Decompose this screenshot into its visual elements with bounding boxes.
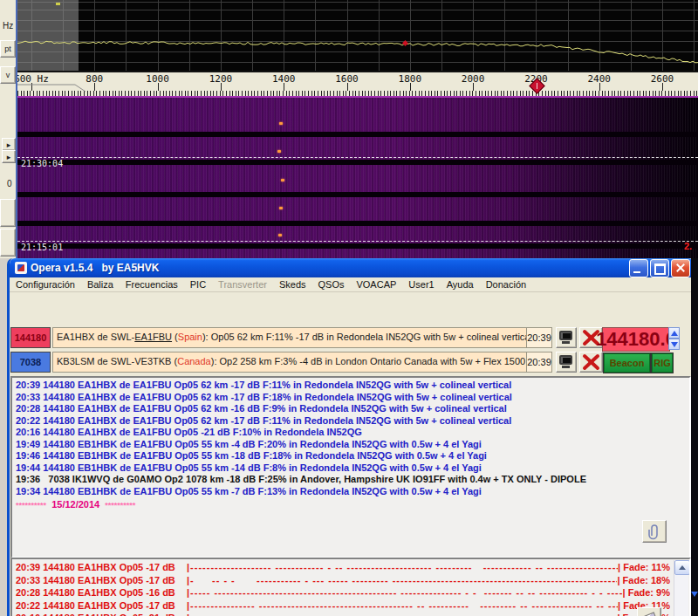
monitor-icon xyxy=(559,331,572,340)
hz-label: Hz xyxy=(3,21,13,31)
band-badge-144180[interactable]: 144180 xyxy=(10,327,51,348)
menu-item[interactable]: Baliza xyxy=(81,279,120,290)
menu-item[interactable]: User1 xyxy=(402,279,440,290)
menu-bar: ConfiguraciónBalizaFrecuenciasPICTransve… xyxy=(10,277,694,292)
spin-up-button[interactable] xyxy=(668,327,680,339)
row1-open: ( xyxy=(172,332,178,342)
row2-delete-button[interactable] xyxy=(579,352,603,373)
waterfall-gap-band xyxy=(17,132,698,137)
major-tick xyxy=(599,83,600,91)
fade-panel-scrollbar[interactable] xyxy=(674,560,688,616)
opera-window: Opera v1.5.4 by EA5HVK ConfiguraciónBali… xyxy=(7,258,696,616)
band-badge-7038[interactable]: 7038 xyxy=(10,352,51,373)
background-scroll-chevron xyxy=(691,592,698,597)
side-button-2[interactable] xyxy=(0,229,16,257)
waterfall-gap-band xyxy=(17,192,698,197)
row1-rest: ): Op05 62 km F:11% -17 dB in Redondela … xyxy=(202,332,530,342)
fade-line-station: 20:39 144180 EA1HBX Op05 -17 dB xyxy=(16,561,187,574)
maximize-button[interactable] xyxy=(650,259,669,277)
menu-item[interactable]: Donación xyxy=(480,279,532,290)
fade-line-percent: | Fade: 11% xyxy=(618,561,672,574)
minimize-button[interactable] xyxy=(629,259,648,277)
fade-line-bars: |------------------------------- ------ … xyxy=(187,612,617,616)
background-right-strip xyxy=(691,258,698,616)
side-button-1[interactable] xyxy=(0,199,16,227)
row1-callsign[interactable]: EA1FBU xyxy=(134,332,172,342)
spin-right-button[interactable]: ▸ xyxy=(2,138,16,151)
frequency-ruler[interactable]: 600 Hz8001000120014001600180020002200240… xyxy=(17,71,698,98)
decode-log-panel[interactable]: 20:39 144180 EA1HBX de EA1FBU Op05 62 km… xyxy=(10,376,691,558)
row2-monitor-button[interactable] xyxy=(556,352,577,373)
menu-item[interactable]: Transverter xyxy=(212,279,273,290)
decode-log-lines: 20:39 144180 EA1HBX de EA1FBU Op05 62 km… xyxy=(12,378,689,497)
signal-dot xyxy=(278,234,282,236)
log-date-row: ********** 15/12/2014 ********** xyxy=(12,497,689,512)
date-value: 15/12/2014 xyxy=(46,499,105,510)
rig-button[interactable]: RIG xyxy=(652,353,673,373)
waterfall-noise xyxy=(17,96,698,258)
date-stars: ********** xyxy=(16,501,46,510)
waterfall-display[interactable]: 21:30:04 21:15:01 2. xyxy=(17,96,698,258)
row2-country: Canada xyxy=(177,356,211,366)
window-content: 144180 EA1HBX de SWL-EA1FBU (Spain): Op0… xyxy=(10,292,694,616)
decode-log-line: 19:34 144180 EB1HBK de EA1FBU Op05 55 km… xyxy=(12,486,689,498)
waterfall-timestamp: 21:15:01 xyxy=(21,243,63,252)
menu-item[interactable]: VOACAP xyxy=(350,279,402,290)
fade-report-line: 20:39 144180 EA1HBX Op05 -17 dB |-------… xyxy=(12,561,672,574)
fade-line-bars: |- -- - - ----------- - --- ----- ------… xyxy=(187,574,617,587)
signal-dot xyxy=(279,207,283,209)
title-bar[interactable]: Opera v1.5.4 by EA5HVK xyxy=(10,258,694,277)
fade-report-line: 20:28 144180 EA1HBX Op05 -16 dB |----- -… xyxy=(12,586,672,599)
opt-button-fragment[interactable]: pt xyxy=(0,40,16,58)
major-tick xyxy=(221,83,222,91)
trace-blip xyxy=(56,3,60,5)
beacon-button[interactable]: Beacon xyxy=(604,353,650,373)
menu-item[interactable]: Skeds xyxy=(273,279,312,290)
fade-lines: 20:39 144180 EA1HBX Op05 -17 dB |-------… xyxy=(12,559,689,616)
clear-button[interactable] xyxy=(637,607,661,616)
spectrum-scope[interactable] xyxy=(17,0,698,71)
row1-monitor-button[interactable] xyxy=(556,327,577,348)
up-arrow-icon xyxy=(671,331,678,336)
fade-report-line: 20:16 144180 EA1HBX Op05 -21 dB |-------… xyxy=(12,612,672,616)
waterfall-gap-band xyxy=(17,221,698,226)
fade-line-bars: |---------------- ----------------------… xyxy=(187,599,618,613)
date-stars: ********** xyxy=(105,501,135,510)
fade-line-station: 20:16 144180 EA1HBX Op05 -21 dB xyxy=(16,612,187,616)
spin-right-button2[interactable]: ▸ xyxy=(2,150,16,163)
decode-log-line: 19:36 7038 IK1WVQ de G0AMO Op2 1078 km -… xyxy=(12,474,689,486)
menu-item[interactable]: Frecuencias xyxy=(120,279,184,290)
scroll-up-icon xyxy=(679,565,686,570)
v-button-fragment[interactable]: v xyxy=(0,66,16,84)
row2-rest: ): Op2 258 km F:3% -4 dB in London Ontar… xyxy=(211,356,530,366)
signal-dot xyxy=(281,179,284,181)
row1-pre: EA1HBX de SWL- xyxy=(57,332,134,342)
scroll-up-button[interactable] xyxy=(674,560,690,575)
attach-button[interactable] xyxy=(642,520,667,543)
menu-item[interactable]: Ayuda xyxy=(441,279,480,290)
close-button[interactable] xyxy=(671,259,690,277)
waterfall-gap-band xyxy=(17,160,698,165)
decode-log-line: 19:44 144180 EB1HBK de EA1FBU Op05 55 km… xyxy=(12,462,689,475)
fade-report-line: 20:33 144180 EA1HBX Op05 -17 dB |- -- - … xyxy=(12,574,672,587)
time-marker-line xyxy=(17,241,698,242)
decode-log-line: 20:16 144180 EA1HBX de EA1FBU Op05 -21 d… xyxy=(12,427,689,439)
menu-item[interactable]: QSOs xyxy=(312,279,351,290)
eraser-icon xyxy=(641,612,658,616)
fade-line-station: 20:33 144180 EA1HBX Op05 -17 dB xyxy=(16,574,187,587)
decode-log-line: 19:49 144180 EB1HBK de EA1FBU Op05 55 km… xyxy=(12,439,689,451)
fade-report-panel[interactable]: 20:39 144180 EA1HBX Op05 -17 dB |-------… xyxy=(10,558,691,616)
major-tick xyxy=(158,83,159,91)
frequency-spinner[interactable] xyxy=(668,327,680,350)
menu-item[interactable]: PIC xyxy=(184,279,212,290)
menu-item[interactable]: Configuración xyxy=(10,279,81,290)
fade-line-station: 20:28 144180 EA1HBX Op05 -16 dB xyxy=(16,586,187,599)
decode-log-line: 20:28 144180 EA1HBX de EA1FBU Op05 62 km… xyxy=(12,403,689,415)
spin-down-button[interactable] xyxy=(668,339,680,350)
decode-log-line: 20:22 144180 EA1HBX de EA1FBU Op05 62 km… xyxy=(12,415,689,428)
fade-line-bars: |----- ---------------------------------… xyxy=(187,586,623,599)
major-tick xyxy=(410,83,411,91)
window-title: Opera v1.5.4 by EA5HVK xyxy=(31,262,159,274)
fade-line-bars: |-------------------- ------------ - -- … xyxy=(187,561,618,574)
frequency-display[interactable]: 144180.0 xyxy=(602,327,670,352)
